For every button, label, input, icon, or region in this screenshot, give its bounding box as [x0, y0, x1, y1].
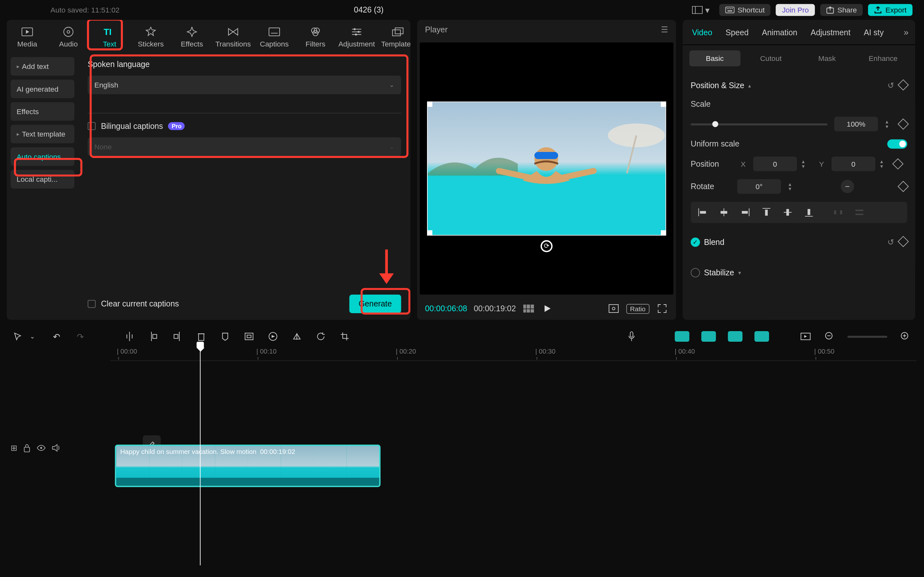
position-x-input[interactable]: 0 [753, 157, 797, 171]
mirror-icon[interactable] [291, 330, 303, 342]
uniform-scale-toggle[interactable] [887, 139, 907, 149]
refresh-icon[interactable]: ⟳ [541, 240, 552, 252]
tab-captions[interactable]: Captions [254, 20, 295, 53]
insp-tab-animation[interactable]: Animation [755, 20, 804, 45]
undo-icon[interactable]: ↶ [50, 330, 62, 342]
flip-minus-icon[interactable]: − [841, 180, 854, 193]
section-stabilize[interactable]: Stabilize▾ [691, 261, 907, 283]
playhead[interactable] [200, 342, 200, 566]
align-bottom-icon[interactable] [800, 205, 817, 220]
speed-icon[interactable] [267, 330, 279, 342]
tab-text[interactable]: TIText [89, 20, 130, 53]
magnet-option-3[interactable] [728, 331, 743, 342]
safe-zone-icon[interactable] [607, 303, 619, 314]
stepper-icon[interactable]: ▲▼ [801, 159, 809, 169]
player-menu-icon[interactable]: ☰ [661, 25, 668, 35]
rotate-input[interactable]: 0° [737, 179, 781, 194]
scale-slider[interactable] [691, 123, 827, 125]
subnav-add-text[interactable]: ▸Add text [11, 57, 74, 76]
subnav-text-template[interactable]: ▸Text template [11, 125, 74, 143]
video-frame[interactable]: ⟳ [427, 102, 666, 235]
resize-handle[interactable] [661, 230, 666, 235]
keyframe-icon[interactable] [898, 119, 909, 130]
layout-icon[interactable] [691, 4, 703, 16]
resize-handle[interactable] [427, 102, 433, 107]
tab-filters[interactable]: Filters [295, 20, 336, 53]
insp-tab-speed[interactable]: Speed [719, 20, 755, 45]
stepper-icon[interactable]: ▲▼ [788, 182, 796, 191]
stepper-icon[interactable]: ▲▼ [879, 159, 887, 169]
play-button[interactable] [541, 303, 553, 314]
reset-icon[interactable]: ↺ [887, 237, 894, 247]
bilingual-checkbox[interactable] [87, 122, 95, 130]
thumbnail-grid-icon[interactable] [523, 303, 535, 314]
fullscreen-icon[interactable] [656, 303, 668, 314]
tab-stickers[interactable]: Stickers [130, 20, 171, 53]
shortcut-button[interactable]: Shortcut [719, 4, 771, 16]
crop-icon[interactable] [339, 330, 351, 342]
frame-icon[interactable] [243, 330, 255, 342]
eye-icon[interactable] [37, 445, 46, 451]
rotate-icon[interactable] [315, 330, 326, 342]
tab-transitions[interactable]: Transitions [212, 20, 254, 53]
resize-handle[interactable] [661, 102, 666, 107]
subnav-auto-captions[interactable]: Auto captions [11, 147, 74, 166]
redo-icon[interactable]: ↷ [74, 330, 86, 342]
subnav-ai-generated[interactable]: AI generated [11, 79, 74, 98]
align-left-icon[interactable] [694, 205, 711, 220]
blend-check-icon[interactable]: ✓ [691, 237, 700, 247]
insp-more-icon[interactable]: » [900, 27, 913, 37]
keyframe-icon[interactable] [898, 79, 909, 90]
player-viewport[interactable]: ⟳ [420, 42, 674, 295]
mute-icon[interactable] [52, 444, 60, 452]
share-button[interactable]: Share [820, 4, 863, 16]
subtab-cutout[interactable]: Cutout [746, 50, 796, 66]
tab-adjustment[interactable]: Adjustment [336, 20, 377, 53]
section-blend[interactable]: ✓Blend ↺ [691, 231, 907, 252]
tab-audio[interactable]: Audio [48, 20, 89, 53]
zoom-out-icon[interactable] [824, 330, 835, 342]
preview-icon[interactable] [800, 330, 811, 342]
chevron-down-icon[interactable]: ⌄ [27, 330, 39, 342]
tab-media[interactable]: Media [7, 20, 48, 53]
stepper-icon[interactable]: ▲▼ [885, 119, 893, 129]
join-pro-button[interactable]: Join Pro [776, 4, 815, 16]
marker-icon[interactable] [219, 330, 231, 342]
zoom-slider[interactable] [847, 335, 887, 337]
split-icon[interactable] [124, 330, 136, 342]
chevron-down-icon[interactable]: ▾ [702, 4, 714, 16]
resize-handle[interactable] [427, 230, 433, 235]
insp-tab-adjustment[interactable]: Adjustment [804, 20, 857, 45]
clear-captions-checkbox[interactable] [87, 300, 95, 308]
zoom-in-icon[interactable] [899, 330, 911, 342]
magnet-option-1[interactable] [675, 331, 690, 342]
stabilize-radio[interactable] [691, 268, 700, 277]
tab-templates[interactable]: Templates [377, 20, 411, 53]
pointer-tool-icon[interactable] [12, 330, 24, 342]
position-y-input[interactable]: 0 [832, 157, 876, 171]
magnet-option-4[interactable] [754, 331, 769, 342]
scale-value[interactable]: 100% [834, 117, 878, 131]
trim-right-icon[interactable] [171, 330, 183, 342]
bilingual-select[interactable]: None ⌄ [87, 137, 401, 156]
delete-icon[interactable] [195, 330, 207, 342]
spoken-language-select[interactable]: English ⌄ [87, 76, 401, 94]
align-right-icon[interactable] [737, 205, 754, 220]
magnet-option-2[interactable] [701, 331, 716, 342]
subtab-enhance[interactable]: Enhance [858, 50, 908, 66]
keyframe-icon[interactable] [898, 181, 909, 192]
subnav-local-captions[interactable]: Local capti... [11, 170, 74, 189]
subnav-effects[interactable]: Effects [11, 102, 74, 121]
timeline-tracks[interactable]: | 00:00 | 00:10 | 00:20 | 00:30 | 00:40 … [110, 347, 917, 566]
add-track-icon[interactable]: ⊞ [11, 443, 17, 453]
timeline-ruler[interactable]: | 00:00 | 00:10 | 00:20 | 00:30 | 00:40 … [110, 347, 917, 361]
dist-h-icon[interactable] [829, 205, 846, 220]
lock-icon[interactable] [23, 444, 31, 452]
keyframe-icon[interactable] [892, 158, 903, 169]
section-position-size[interactable]: Position & Size▴ ↺ [691, 74, 907, 95]
reset-icon[interactable]: ↺ [887, 81, 894, 90]
keyframe-icon[interactable] [898, 236, 909, 247]
ratio-button[interactable]: Ratio [626, 303, 649, 314]
generate-button[interactable]: Generate [349, 295, 401, 313]
align-vcenter-icon[interactable] [779, 205, 796, 220]
